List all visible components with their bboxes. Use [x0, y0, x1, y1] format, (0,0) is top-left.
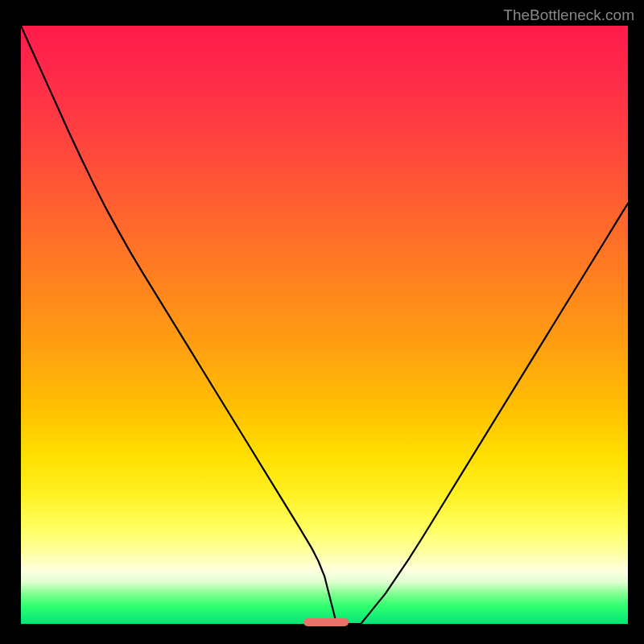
bottleneck-curve — [21, 26, 628, 624]
watermark-label: TheBottleneck.com — [503, 6, 634, 24]
chart-container: TheBottleneck.com — [0, 0, 644, 644]
optimum-range-marker — [303, 618, 349, 626]
plot-area — [21, 26, 628, 624]
